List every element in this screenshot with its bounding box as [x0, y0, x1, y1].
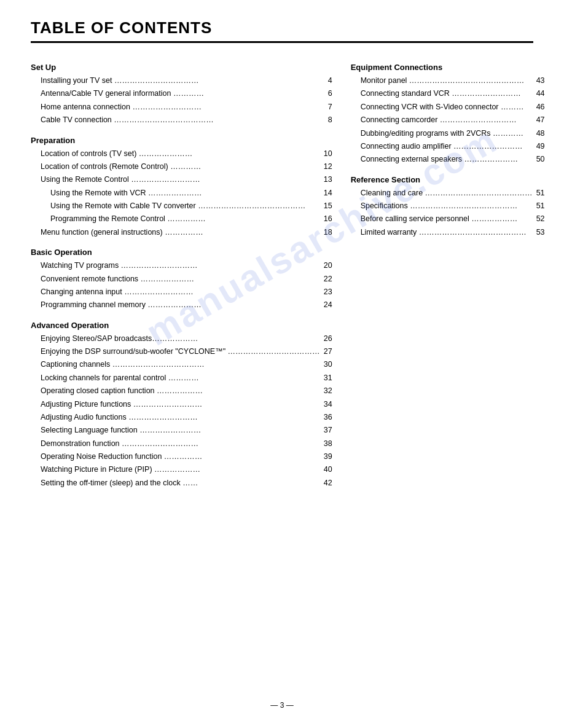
toc-item-label: Operating Noise Reduction function …………… — [41, 451, 320, 463]
toc-item-label: Dubbing/editing programs with 2VCRs ………… — [361, 128, 533, 139]
toc-item-label: Home antenna connection ……………………… — [41, 101, 320, 113]
toc-item-page: 40 — [320, 464, 332, 476]
left-column: Set UpInstalling your TV set ……………………………… — [31, 54, 332, 490]
toc-item-label: Connecting audio amplifier ……………………… — [361, 141, 533, 152]
toc-item-label: Connecting camcorder ………………………… — [361, 114, 533, 126]
toc-item-label: Using the Remote with Cable TV converter… — [50, 200, 320, 212]
section-title: Equipment Connections — [351, 63, 545, 72]
toc-item-page: 44 — [533, 88, 545, 100]
section-title: Set Up — [31, 63, 332, 72]
toc-item: Before calling service personnel ………………5… — [351, 213, 545, 225]
toc-item-label: Locking channels for parental control ……… — [41, 372, 320, 384]
toc-item-page: 7 — [320, 101, 332, 113]
toc-item-page: 43 — [533, 75, 545, 87]
toc-item-page: 18 — [320, 227, 332, 238]
toc-item: Using the Remote with VCR …………………14 — [31, 187, 332, 200]
toc-item-page: 4 — [320, 75, 332, 87]
toc-item-page: 14 — [320, 187, 332, 199]
toc-item: Connecting external speakers …………………50 — [351, 153, 545, 166]
toc-item-label: Connecting standard VCR ……………………… — [361, 88, 533, 100]
toc-content: Set UpInstalling your TV set ……………………………… — [31, 54, 533, 490]
toc-item-label: Menu function (general instructions) ………… — [41, 227, 320, 238]
toc-item-label: Watching TV programs ………………………… — [41, 260, 320, 272]
toc-item-page: 23 — [320, 286, 332, 298]
toc-item: Dubbing/editing programs with 2VCRs …………… — [351, 127, 545, 140]
section-2: Basic OperationWatching TV programs …………… — [31, 248, 332, 312]
toc-item: Watching Picture in Picture (PIP) ………………… — [31, 463, 332, 476]
section-3: Advanced OperationEnjoying Stereo/SAP br… — [31, 321, 332, 490]
right-column: Equipment ConnectionsMonitor panel ……………… — [351, 54, 545, 490]
toc-item: Specifications ……………………………………51 — [351, 200, 545, 213]
toc-item-page: 51 — [533, 200, 545, 212]
toc-item-page: 24 — [320, 299, 332, 311]
toc-item-label: Specifications …………………………………… — [361, 200, 533, 212]
toc-item: Operating closed caption function ………………… — [31, 385, 332, 397]
toc-item: Connecting audio amplifier ………………………49 — [351, 140, 545, 153]
toc-item: Selecting Language function ……………………37 — [31, 424, 332, 437]
toc-item: Captioning channels ………………………………30 — [31, 358, 332, 371]
toc-item: Programming the Remote Control ……………16 — [31, 213, 332, 225]
toc-item-page: 50 — [533, 154, 545, 165]
section-0: Set UpInstalling your TV set ……………………………… — [31, 63, 332, 127]
toc-item: Convenient remote functions …………………22 — [31, 273, 332, 286]
toc-item-page: 27 — [320, 346, 332, 358]
toc-item: Limited warranty ……………………………………53 — [351, 226, 545, 239]
toc-item-page: 42 — [320, 477, 332, 489]
toc-item-page: 16 — [320, 213, 332, 225]
toc-item-label: Captioning channels ……………………………… — [41, 359, 320, 370]
toc-item: Adjusting Audio functions ………………………36 — [31, 411, 332, 424]
toc-item-label: Setting the off-timer (sleep) and the cl… — [41, 477, 320, 489]
toc-item: Menu function (general instructions) ………… — [31, 226, 332, 239]
toc-item-page: 34 — [320, 399, 332, 410]
toc-item-label: Enjoying the DSP surround/sub-woofer "CY… — [41, 346, 320, 358]
toc-item: Watching TV programs …………………………20 — [31, 259, 332, 272]
toc-item-label: Programming channel memory ………………… — [41, 299, 320, 311]
toc-item: Monitor panel ………………………………………43 — [351, 74, 545, 87]
toc-item-page: 15 — [320, 200, 332, 212]
toc-item-label: Convenient remote functions ………………… — [41, 273, 320, 285]
toc-item: Demonstration function …………………………38 — [31, 437, 332, 450]
toc-item-page: 46 — [533, 101, 545, 113]
section-1: Reference SectionCleaning and care ……………… — [351, 175, 545, 240]
toc-item: Operating Noise Reduction function ……………… — [31, 450, 332, 463]
toc-item-label: Adjusting Picture functions ……………………… — [41, 399, 320, 410]
toc-item-page: 22 — [320, 273, 332, 285]
toc-item-page: 13 — [320, 174, 332, 186]
section-title: Basic Operation — [31, 248, 332, 257]
toc-item-page: 10 — [320, 148, 332, 160]
toc-item-label: Cleaning and care …………………………………… — [361, 187, 533, 199]
toc-item: Changing antenna input ………………………23 — [31, 286, 332, 299]
page-header: TABLE OF CONTENTS — [31, 18, 533, 54]
toc-item-label: Enjoying Stereo/SAP broadcasts……………… — [41, 333, 320, 345]
toc-item-label: Installing your TV set …………………………… — [41, 75, 320, 87]
toc-item-label: Adjusting Audio functions ……………………… — [41, 412, 320, 423]
toc-item-label: Cable TV connection ………………………………… — [41, 114, 320, 126]
toc-item: Connecting camcorder …………………………47 — [351, 114, 545, 127]
toc-item-page: 38 — [320, 438, 332, 450]
toc-item-label: Changing antenna input ……………………… — [41, 286, 320, 298]
toc-item-page: 6 — [320, 88, 332, 100]
toc-item-label: Location of controls (TV set) ………………… — [41, 148, 320, 160]
toc-item-page: 47 — [533, 114, 545, 126]
page-title: TABLE OF CONTENTS — [31, 18, 533, 43]
toc-item: Cleaning and care ……………………………………51 — [351, 187, 545, 200]
toc-item-label: Operating closed caption function ……………… — [41, 385, 320, 397]
toc-item-page: 49 — [533, 141, 545, 152]
toc-item-page: 30 — [320, 359, 332, 370]
toc-item: Using the Remote Control ………………………13 — [31, 173, 332, 186]
toc-item: Connecting standard VCR ………………………44 — [351, 87, 545, 100]
toc-item: Location of controls (TV set) …………………10 — [31, 147, 332, 160]
toc-item-page: 48 — [533, 128, 545, 139]
toc-item: Locking channels for parental control ……… — [31, 372, 332, 385]
section-title: Preparation — [31, 136, 332, 145]
toc-item-label: Connecting VCR with S-Video connector ……… — [361, 101, 533, 113]
toc-item: Home antenna connection ………………………7 — [31, 101, 332, 114]
toc-item-page: 51 — [533, 187, 545, 199]
section-title: Reference Section — [351, 175, 545, 184]
toc-item-page: 37 — [320, 425, 332, 436]
toc-item-page: 53 — [533, 227, 545, 238]
toc-item-label: Programming the Remote Control …………… — [50, 213, 320, 225]
toc-item-label: Monitor panel ……………………………………… — [361, 75, 533, 87]
toc-item-label: Using the Remote Control ……………………… — [41, 174, 320, 186]
toc-item: Programming channel memory …………………24 — [31, 299, 332, 311]
